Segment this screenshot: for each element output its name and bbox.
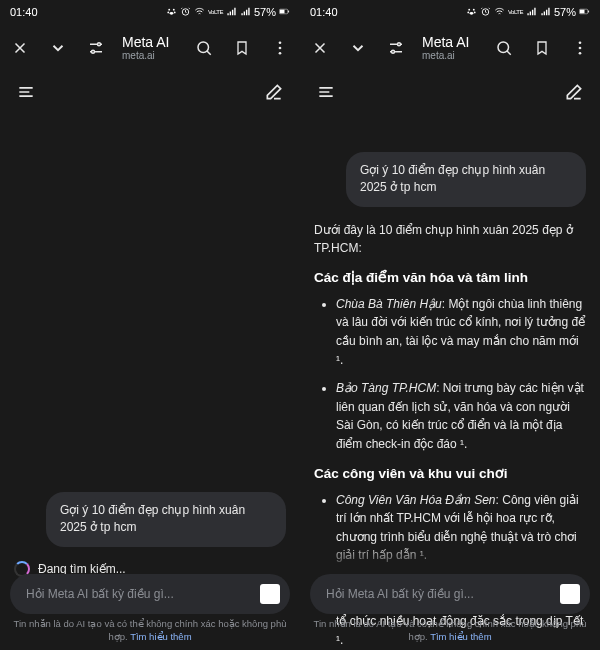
alarm-icon bbox=[180, 6, 191, 19]
signal-icon bbox=[526, 6, 537, 19]
item-name: Chùa Bà Thiên Hậu bbox=[336, 297, 442, 311]
status-time: 01:40 bbox=[10, 6, 38, 18]
battery-percent: 57% bbox=[554, 6, 576, 18]
alarm-icon bbox=[480, 6, 491, 19]
svg-rect-7 bbox=[280, 9, 285, 13]
app-bar: Meta AI meta.ai bbox=[300, 24, 600, 72]
item-name: Bảo Tàng TP.HCM bbox=[336, 381, 436, 395]
app-title: Meta AI bbox=[122, 34, 178, 50]
svg-point-0 bbox=[168, 8, 170, 10]
app-subtitle: meta.ai bbox=[422, 50, 478, 62]
chat-input[interactable] bbox=[326, 587, 560, 601]
signal-icon-2 bbox=[540, 6, 551, 19]
battery-icon bbox=[579, 6, 590, 19]
svg-point-28 bbox=[579, 47, 582, 50]
secondary-bar bbox=[300, 72, 600, 112]
svg-point-3 bbox=[174, 11, 176, 13]
status-icons: VoLTE 57% bbox=[466, 6, 590, 19]
list-item: Bảo Tàng TP.HCM: Nơi trưng bày các hiện … bbox=[336, 379, 586, 453]
svg-point-1 bbox=[173, 8, 175, 10]
svg-point-14 bbox=[279, 52, 282, 55]
paw-icon bbox=[166, 6, 177, 19]
svg-point-12 bbox=[279, 41, 282, 44]
search-icon[interactable] bbox=[492, 36, 516, 60]
ai-section-heading: Các công viên và khu vui chơi bbox=[314, 464, 586, 485]
paw-icon bbox=[466, 6, 477, 19]
chevron-down-icon[interactable] bbox=[46, 36, 70, 60]
learn-more-link[interactable]: Tìm hiểu thêm bbox=[430, 631, 491, 642]
stop-button[interactable] bbox=[260, 584, 280, 604]
svg-point-15 bbox=[468, 8, 470, 10]
chat-input-bar[interactable] bbox=[310, 574, 590, 614]
chat-content: Gợi ý 10 điểm đẹp chụp hình xuân 2025 ở … bbox=[0, 112, 300, 650]
svg-point-27 bbox=[579, 41, 582, 44]
user-message-bubble[interactable]: Gợi ý 10 điểm đẹp chụp hình xuân 2025 ở … bbox=[346, 152, 586, 207]
title-block[interactable]: Meta AI meta.ai bbox=[422, 34, 478, 62]
bookmark-icon[interactable] bbox=[530, 36, 554, 60]
tune-icon[interactable] bbox=[84, 36, 108, 60]
learn-more-link[interactable]: Tìm hiểu thêm bbox=[130, 631, 191, 642]
item-name: Công Viên Văn Hóa Đầm Sen bbox=[336, 493, 496, 507]
app-bar: Meta AI meta.ai bbox=[0, 24, 300, 72]
status-time: 01:40 bbox=[310, 6, 338, 18]
app-subtitle: meta.ai bbox=[122, 50, 178, 62]
battery-icon bbox=[279, 6, 290, 19]
compose-icon[interactable] bbox=[262, 80, 286, 104]
more-icon[interactable] bbox=[268, 36, 292, 60]
volte-icon: VoLTE bbox=[508, 9, 523, 15]
chat-input-bar[interactable] bbox=[10, 574, 290, 614]
signal-icon-2 bbox=[240, 6, 251, 19]
status-icons: VoLTE 57% bbox=[166, 6, 290, 19]
menu-icon[interactable] bbox=[314, 80, 338, 104]
right-screenshot: 01:40 VoLTE 57% Meta AI meta.ai Gợi ý 10… bbox=[300, 0, 600, 650]
signal-icon bbox=[226, 6, 237, 19]
disclaimer: Tin nhắn là do AI tạo và có thể không ch… bbox=[12, 618, 288, 644]
svg-rect-23 bbox=[588, 10, 589, 12]
secondary-bar bbox=[0, 72, 300, 112]
svg-point-10 bbox=[92, 50, 95, 53]
svg-point-16 bbox=[473, 8, 475, 10]
left-screenshot: 01:40 VoLTE 57% bbox=[0, 0, 300, 650]
ai-intro-text: Dưới đây là 10 điểm chụp hình xuân 2025 … bbox=[314, 221, 586, 258]
svg-point-2 bbox=[167, 11, 169, 13]
search-icon[interactable] bbox=[192, 36, 216, 60]
more-icon[interactable] bbox=[568, 36, 592, 60]
svg-point-19 bbox=[470, 11, 474, 14]
svg-point-11 bbox=[198, 42, 209, 53]
svg-point-24 bbox=[398, 43, 401, 46]
disclaimer: Tin nhắn là do AI tạo và có thể không ch… bbox=[312, 618, 588, 644]
bookmark-icon[interactable] bbox=[230, 36, 254, 60]
status-bar: 01:40 VoLTE 57% bbox=[0, 0, 300, 24]
svg-point-9 bbox=[98, 43, 101, 46]
status-bar: 01:40 VoLTE 57% bbox=[300, 0, 600, 24]
svg-point-13 bbox=[279, 47, 282, 50]
ai-list: Chùa Bà Thiên Hậu: Một ngôi chùa linh th… bbox=[314, 295, 586, 454]
wifi-icon bbox=[194, 6, 205, 19]
svg-point-17 bbox=[467, 11, 469, 13]
svg-point-18 bbox=[474, 11, 476, 13]
compose-icon[interactable] bbox=[562, 80, 586, 104]
ai-section-heading: Các địa điểm văn hóa và tâm linh bbox=[314, 268, 586, 289]
user-message-bubble[interactable]: Gợi ý 10 điểm đẹp chụp hình xuân 2025 ở … bbox=[46, 492, 286, 547]
wifi-icon bbox=[494, 6, 505, 19]
chat-content[interactable]: Gợi ý 10 điểm đẹp chụp hình xuân 2025 ở … bbox=[300, 112, 600, 650]
svg-point-29 bbox=[579, 52, 582, 55]
tune-icon[interactable] bbox=[384, 36, 408, 60]
svg-point-4 bbox=[170, 11, 174, 14]
close-icon[interactable] bbox=[308, 36, 332, 60]
svg-point-26 bbox=[498, 42, 509, 53]
svg-rect-22 bbox=[580, 9, 585, 13]
menu-icon[interactable] bbox=[14, 80, 38, 104]
close-icon[interactable] bbox=[8, 36, 32, 60]
title-block[interactable]: Meta AI meta.ai bbox=[122, 34, 178, 62]
svg-point-25 bbox=[392, 50, 395, 53]
list-item: Công Viên Văn Hóa Đầm Sen: Công viên giả… bbox=[336, 491, 586, 565]
chat-input[interactable] bbox=[26, 587, 260, 601]
chevron-down-icon[interactable] bbox=[346, 36, 370, 60]
stop-button[interactable] bbox=[560, 584, 580, 604]
volte-icon: VoLTE bbox=[208, 9, 223, 15]
svg-rect-8 bbox=[288, 10, 289, 12]
battery-percent: 57% bbox=[254, 6, 276, 18]
app-title: Meta AI bbox=[422, 34, 478, 50]
list-item: Chùa Bà Thiên Hậu: Một ngôi chùa linh th… bbox=[336, 295, 586, 369]
